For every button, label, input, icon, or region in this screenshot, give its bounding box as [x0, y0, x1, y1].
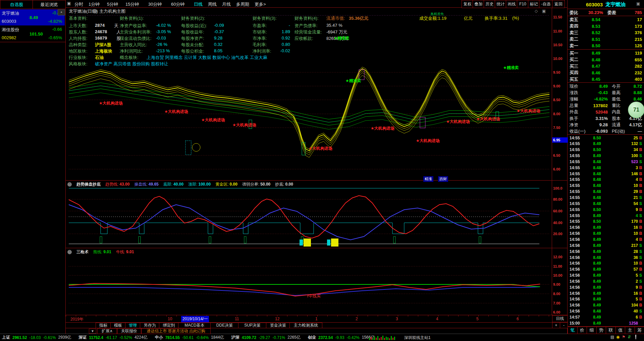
orderbook-row-买五[interactable]: 买五8.45403: [568, 76, 643, 82]
period-tab-多周期[interactable]: 多周期: [236, 1, 249, 7]
app-menu-icon[interactable]: ▣: [67, 1, 71, 6]
quote-tab-主[interactable]: 主: [625, 327, 635, 334]
quote-tab-细[interactable]: 细: [587, 327, 597, 334]
indicator-tab-管理[interactable]: 管理: [125, 323, 141, 328]
orderbook-row-卖五[interactable]: 卖五8.5417: [568, 16, 643, 23]
quote-tab-笔[interactable]: 笔: [568, 327, 578, 334]
index-quote-创业[interactable]: 创业2372.54-9.93-0.42%1566亿: [308, 335, 375, 340]
orderbook-row-卖二[interactable]: 卖二8.51215: [568, 36, 643, 43]
toolbar-button-统计[interactable]: 统计: [495, 0, 506, 8]
index-quote-上证[interactable]: 上证2961.52-18.03-0.61%2939亿: [2, 335, 71, 340]
period-tab-周线[interactable]: 周线: [208, 1, 217, 7]
chevron-down-icon[interactable]: ˇ: [67, 250, 72, 254]
quote-name[interactable]: 龙宇燃油: [605, 1, 626, 8]
toolbar-button-标记[interactable]: 标记: [528, 0, 540, 8]
fund-row: 市净率:0.92: [253, 36, 290, 42]
zoom-in-button[interactable]: +: [552, 322, 560, 328]
timeline-label[interactable]: 10: [168, 317, 172, 321]
indicator-tab-主力检测系统[interactable]: 主力检测系统: [289, 323, 322, 328]
orderbook-row-卖一[interactable]: 卖一8.50125: [568, 43, 643, 49]
orderbook-row-买三[interactable]: 买三8.47282: [568, 63, 643, 69]
zoom-out-button[interactable]: -: [560, 322, 568, 328]
period-tab-1分钟[interactable]: 1分钟: [89, 1, 100, 7]
diamond-tool-icon[interactable]: ◇: [535, 9, 538, 13]
orderbook-row-买四[interactable]: 买四8.46232: [568, 70, 643, 76]
pane2-field: 强弱分界:50.00: [242, 182, 270, 187]
period-tab-月线[interactable]: 月线: [222, 1, 231, 7]
tick-time: 14:55: [568, 189, 584, 194]
fund-style-links[interactable]: 破净资产 高贝塔值 股份回购 股权转让: [95, 61, 168, 67]
quote-tab-联[interactable]: 联: [606, 327, 616, 334]
indicator-tab-SUP决策[interactable]: SUP决策: [238, 323, 267, 328]
promo-link[interactable]: 通达信上市 答谢月活动 点此订购: [141, 328, 211, 334]
timeline-label[interactable]: 2: [356, 317, 358, 321]
extension-dropdown-icon[interactable]: ▼: [89, 329, 96, 334]
timeline-label[interactable]: 5: [476, 317, 479, 321]
toolbar-button-叠加[interactable]: 叠加: [473, 0, 484, 8]
toolbar-button-返回[interactable]: 返回: [552, 0, 565, 8]
period-tab-5分钟[interactable]: 5分钟: [107, 1, 118, 7]
panel-toggle-icon[interactable]: ▣: [542, 9, 546, 13]
timeline-selected-date[interactable]: 2019/10/14/一: [181, 316, 209, 322]
period-tab-分时[interactable]: 分时: [74, 1, 83, 7]
server-name[interactable]: 深圳双线主站1: [404, 335, 431, 341]
status-icon-0[interactable]: ▤: [610, 335, 614, 339]
quote-tab-筹[interactable]: 筹: [635, 327, 644, 334]
fund-concept-links[interactable]: 上海自贸 阿里概念 云计算 大数据 数据中心 油气改革 工业大麻: [147, 55, 267, 61]
pane2-name[interactable]: 趋势操盘抄底: [76, 182, 101, 187]
status-icon-2[interactable]: ⚑: [622, 335, 626, 339]
watchlist-tab-recent[interactable]: 最近浏览: [33, 0, 66, 9]
status-icon-1[interactable]: ◉: [616, 335, 620, 339]
watchlist-tab-selfselected[interactable]: 自选股: [0, 0, 33, 9]
pane3-name[interactable]: 三枪术: [76, 249, 89, 255]
quote-tab-势[interactable]: 势: [596, 327, 606, 334]
index-quote-中小[interactable]: 中小7814.55-50.61-0.64%1844亿: [155, 335, 224, 340]
stock-list-item[interactable]: 湘佳股份-0.66101.50002982-0.65%: [0, 26, 65, 42]
timeline-label[interactable]: 4: [436, 317, 438, 321]
period-tab-15分钟[interactable]: 15分钟: [125, 1, 139, 7]
quote-tab-价[interactable]: 价: [577, 327, 587, 334]
indicator-tab-另存为[interactable]: 另存为: [140, 323, 160, 328]
timeline-label[interactable]: 3: [396, 317, 398, 321]
indicator-tab-模板[interactable]: 模板: [110, 323, 126, 328]
indicator-tab-资金决策[interactable]: 资金决策: [266, 323, 290, 328]
index-quote-沪深[interactable]: 沪深4109.72-29.27-0.71%2265亿: [231, 335, 301, 340]
status-icon-3[interactable]: ⇵: [628, 335, 631, 339]
toolbar-button-F10[interactable]: F10: [517, 0, 529, 8]
index-quote-深证[interactable]: 深证11752.4-61.17-0.52%4224亿: [78, 335, 147, 340]
periodicity-box[interactable]: 日线: [552, 315, 568, 322]
toolbar-button-复权[interactable]: 复权: [462, 0, 473, 8]
orderbook-row-卖三[interactable]: 卖三8.52376: [568, 29, 643, 36]
timeline-label[interactable]: 11: [235, 317, 239, 321]
indicator-tab-MACD基本[interactable]: MACD基本: [178, 323, 211, 328]
orderbook-row-买二[interactable]: 买二8.48655: [568, 57, 643, 63]
chart-overlay-name[interactable]: 主力机构主图: [99, 8, 125, 14]
period-tab-30分钟[interactable]: 30分钟: [148, 1, 162, 7]
quote-tab-值[interactable]: 值: [615, 327, 626, 334]
period-tab-更多>[interactable]: 更多>: [255, 1, 266, 7]
tick-price: 8.49: [584, 273, 610, 278]
period-tab-60分钟[interactable]: 60分钟: [171, 1, 184, 7]
indicator-tab-绑定到[interactable]: 绑定到: [159, 323, 179, 328]
status-icon-4[interactable]: ❕: [633, 335, 638, 339]
toolbar-button-历史[interactable]: 历史: [484, 0, 495, 8]
timeline-label[interactable]: 2019年: [70, 317, 84, 322]
toolbar-button-画线[interactable]: 画线: [506, 0, 518, 8]
indicator-tab-DDE决策[interactable]: DDE决策: [210, 323, 239, 328]
extension-tab-扩展∧[interactable]: 扩展∧: [97, 328, 117, 334]
timeline-label[interactable]: 6: [517, 317, 519, 321]
orderbook-row-买一[interactable]: 买一8.49119: [568, 50, 643, 56]
orderbook-row-卖四[interactable]: 卖四8.53173: [568, 23, 643, 29]
scrollbar-up-button[interactable]: ▲: [58, 9, 65, 15]
timeline-label[interactable]: 1: [315, 317, 318, 321]
toolbar-button--自选[interactable]: -自选: [539, 0, 553, 8]
chevron-down-icon[interactable]: ˇ: [93, 9, 97, 13]
floating-badge[interactable]: 71: [628, 101, 644, 118]
extension-tab-关联报价[interactable]: 关联报价: [117, 328, 141, 334]
stock-list-item[interactable]: 龙宇燃油-0.438.49603003-4.82%: [0, 9, 65, 25]
timeline-label[interactable]: 12: [275, 317, 279, 321]
tick-volume: 10: [610, 231, 638, 236]
chevron-down-icon[interactable]: ˇ: [67, 182, 72, 187]
indicator-tab-指标[interactable]: 指标: [96, 323, 111, 328]
period-tab-日线[interactable]: 日线: [194, 1, 203, 7]
